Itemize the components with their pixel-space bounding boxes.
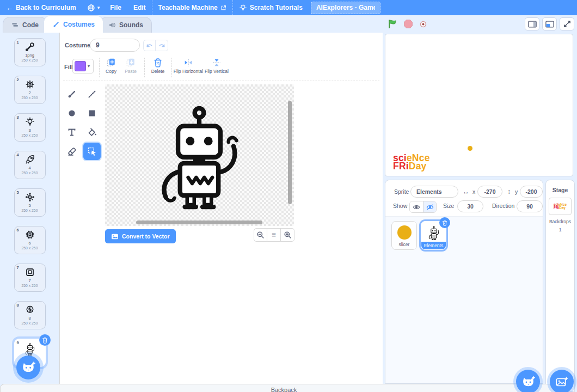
logo-text-red: FRi — [393, 161, 409, 171]
globe-icon — [87, 3, 96, 13]
teachable-machine-link[interactable]: Teachable Machine — [152, 0, 232, 15]
backpack-label: Backpack — [271, 387, 297, 392]
tab-row: Code Costumes Sounds — [0, 15, 577, 33]
edit-menu-label: Edit — [133, 4, 146, 11]
sprite-name-input[interactable] — [410, 186, 458, 198]
paint-toolbar-divider — [63, 81, 379, 81]
costume-item-6[interactable]: 6 6 250 x 250 — [14, 226, 46, 254]
delete-sprite-button[interactable] — [439, 217, 450, 228]
tab-costumes[interactable]: Costumes — [44, 15, 103, 33]
edit-menu[interactable]: Edit — [127, 0, 152, 15]
green-flag-icon[interactable] — [388, 19, 397, 29]
tab-code[interactable]: Code — [3, 17, 47, 33]
flip-vertical-button[interactable]: Flip Vertical — [204, 58, 230, 74]
sprite-y-input[interactable] — [520, 186, 543, 198]
project-name-input[interactable] — [311, 2, 380, 14]
sprite-direction-input[interactable] — [517, 200, 543, 212]
undo-button[interactable] — [143, 40, 156, 51]
costume-name: 8 — [15, 316, 45, 321]
language-selector[interactable]: ▾ — [82, 0, 105, 15]
zoom-reset-button[interactable]: = — [267, 228, 281, 242]
paste-button[interactable]: Paste — [119, 58, 143, 74]
stop-sign-icon[interactable] — [403, 19, 413, 29]
sprite-info-panel: Sprite ↔ x ↕ y Show — [385, 180, 543, 217]
circuit-icon — [24, 192, 35, 203]
rectangle-tool[interactable] — [83, 105, 101, 122]
trash-icon — [153, 58, 163, 68]
large-stage-button[interactable] — [542, 17, 557, 30]
copy-label: Copy — [106, 69, 116, 74]
brush-tool[interactable] — [63, 85, 81, 103]
canvas-vertical-scrollbar[interactable] — [288, 101, 292, 204]
add-backdrop-button[interactable] — [550, 370, 574, 392]
tab-sounds[interactable]: Sounds — [100, 17, 152, 33]
paint-canvas[interactable] — [105, 84, 294, 226]
science-friday-backdrop-logo: scieNce FRiDay — [393, 154, 430, 170]
scratch-editor: ← Back to Curriculum ▾ File Edit Teachab… — [0, 0, 577, 392]
delete-button[interactable]: Delete — [146, 58, 170, 74]
scratch-tutorials-button[interactable]: Scratch Tutorials — [233, 0, 309, 15]
lamp-icon — [239, 4, 247, 12]
record-indicator-icon[interactable] — [419, 20, 427, 28]
zoom-reset-label: = — [272, 231, 276, 239]
add-sprite-button[interactable] — [516, 370, 540, 392]
slicer-sprite-on-stage[interactable] — [468, 146, 472, 151]
file-menu[interactable]: File — [104, 0, 127, 15]
costume-name-input[interactable] — [90, 39, 140, 52]
robot-drawing — [148, 101, 251, 211]
convert-to-vector-button[interactable]: Convert to Vector — [105, 229, 176, 243]
backdrop-thumbnail[interactable]: scieNce FRiDay — [549, 198, 572, 215]
costume-size: 250 x 250 — [15, 133, 45, 137]
zoom-out-button[interactable] — [254, 228, 267, 242]
chip-icon — [24, 229, 35, 240]
small-stage-button[interactable] — [525, 17, 539, 30]
file-menu-label: File — [110, 4, 121, 11]
fill-color-picker[interactable]: ▾ — [72, 59, 94, 74]
circle-tool[interactable] — [63, 105, 81, 122]
costume-item-1[interactable]: 1 1png 250 x 250 — [14, 38, 46, 66]
sprite-name: slicer — [392, 242, 416, 247]
x-label: x — [472, 188, 475, 195]
sprite-size-input[interactable] — [457, 200, 483, 212]
text-tool[interactable] — [63, 124, 81, 141]
stage-size-controls — [525, 17, 574, 30]
costume-size: 250 x 250 — [15, 58, 45, 62]
sprite-item-slicer[interactable]: slicer — [391, 221, 417, 250]
costume-name: 1png — [15, 53, 45, 58]
costume-item-5[interactable]: 5 5 250 x 250 — [14, 188, 46, 217]
costume-item-2[interactable]: 2 2 250 x 250 — [14, 76, 46, 104]
back-to-curriculum-button[interactable]: ← Back to Curriculum — [0, 0, 82, 15]
eraser-tool[interactable] — [63, 143, 81, 160]
costume-number: 6 — [17, 228, 19, 232]
chevron-down-icon: ▾ — [97, 5, 100, 10]
fullscreen-button[interactable] — [560, 17, 574, 30]
costume-size: 250 x 250 — [15, 246, 45, 250]
costume-number: 9 — [17, 340, 19, 345]
costume-number: 5 — [17, 190, 19, 195]
hide-sprite-button[interactable] — [423, 201, 436, 212]
x-axis-icon: ↔ — [463, 188, 469, 195]
sprite-item-elements-selected[interactable]: Elements — [421, 221, 446, 250]
canvas-horizontal-scrollbar[interactable] — [136, 220, 262, 224]
redo-button[interactable] — [156, 40, 168, 51]
costume-size: 250 x 250 — [15, 321, 45, 325]
show-sprite-button[interactable] — [410, 201, 423, 212]
flip-horizontal-button[interactable]: Flip Horizontal — [174, 58, 202, 74]
stage-selector-pane[interactable]: Stage scieNce FRiDay Backdrops 1 — [545, 180, 575, 392]
costume-item-4[interactable]: 4 4 250 x 250 — [14, 151, 46, 179]
costume-list-panel: 1 1png 250 x 250 2 2 250 x 250 3 — [0, 33, 60, 384]
trash-icon — [442, 220, 447, 226]
costume-item-3[interactable]: 3 3 250 x 250 — [14, 113, 46, 142]
zoom-in-button[interactable] — [281, 228, 294, 242]
costume-item-7[interactable]: 7 7 250 x 250 — [14, 264, 46, 292]
toolbar-divider — [171, 58, 172, 77]
fill-tool[interactable] — [83, 124, 101, 141]
add-costume-button[interactable] — [16, 356, 40, 379]
sprite-x-input[interactable] — [477, 186, 502, 198]
delete-costume-button[interactable] — [39, 334, 51, 346]
sprite-name: Elements — [421, 242, 446, 249]
select-tool[interactable] — [83, 143, 101, 160]
line-tool[interactable] — [83, 85, 101, 103]
backpack-bar[interactable]: Backpack — [0, 384, 568, 392]
costume-item-8[interactable]: 8 8 250 x 250 — [14, 301, 46, 329]
